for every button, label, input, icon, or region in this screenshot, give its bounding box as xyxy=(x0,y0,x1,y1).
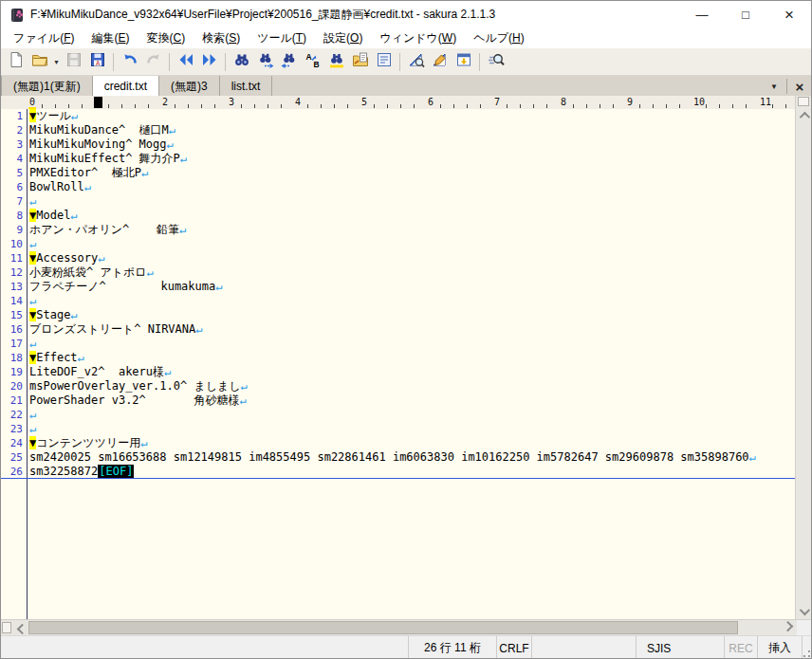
ruler-tick xyxy=(666,104,667,108)
horizontal-scrollbar[interactable] xyxy=(1,619,812,635)
editor-line-21: 21PowerShader v3.2^ 角砂糖様↵ xyxy=(1,394,797,408)
ruler-tick xyxy=(175,104,175,108)
text-editor-area[interactable]: 1▼ツール↵2MikuMikuDance^ 樋口M↵3MikuMikuMovin… xyxy=(1,109,797,619)
grep-icon xyxy=(328,51,345,72)
outline-button[interactable] xyxy=(372,50,396,73)
macro-button[interactable] xyxy=(452,50,475,73)
toolbar-separator xyxy=(225,53,226,71)
ruler-tick xyxy=(387,104,388,108)
save-all-icon: A xyxy=(89,51,106,72)
status-blank-cell xyxy=(531,636,636,659)
crlf-arrow-icon: ↵ xyxy=(195,322,202,336)
cursor-position-indicator: 26 行 11 桁 xyxy=(408,636,496,659)
external-search-button[interactable] xyxy=(484,50,508,73)
double-arrow-right-icon xyxy=(201,51,218,72)
menu-item-o[interactable]: 設定(O) xyxy=(315,28,371,48)
horizontal-scroll-thumb[interactable] xyxy=(28,621,738,634)
toolbar-separator xyxy=(113,53,114,71)
line-number: 16 xyxy=(1,322,27,337)
editor-line-10: 10↵ xyxy=(1,237,797,251)
chevron-up-icon xyxy=(800,112,810,122)
save-button xyxy=(62,50,85,73)
menu-item-e[interactable]: 編集(E) xyxy=(83,28,138,48)
crlf-arrow-icon: ↵ xyxy=(29,237,36,250)
ruler-tick xyxy=(108,104,109,108)
tab--3[interactable]: (無題)3 xyxy=(159,76,220,97)
replace-icon: AB xyxy=(304,51,322,72)
jump-forward-button[interactable] xyxy=(197,50,221,73)
compare-button[interactable] xyxy=(404,50,428,73)
scroll-left-button[interactable] xyxy=(13,620,28,635)
menu-item-t[interactable]: ツール(T) xyxy=(249,28,315,48)
tab-list-dropdown-button[interactable]: ▼ xyxy=(763,76,785,97)
tab-credit.txt[interactable]: credit.txt xyxy=(93,76,159,98)
line-number: 23 xyxy=(1,422,27,436)
horizontal-scroll-track[interactable] xyxy=(28,620,782,635)
line-content: フラペチーノ^ kumakuma↵ xyxy=(27,280,222,294)
scroll-right-button[interactable] xyxy=(782,620,797,635)
find-icon xyxy=(233,51,250,72)
status-bar: 26 行 11 桁 CRLF SJIS REC 挿入 xyxy=(1,635,812,659)
open-file-dropdown[interactable]: ▼ xyxy=(51,50,62,73)
menu-item-c[interactable]: 変換(C) xyxy=(138,28,194,48)
ruler-number-10: 10 xyxy=(693,97,705,108)
editor-line-5: 5PMXEditor^ 極北P↵ xyxy=(1,166,797,180)
save-all-button[interactable]: A xyxy=(85,50,109,73)
find-button[interactable] xyxy=(230,50,253,73)
undo-button[interactable] xyxy=(118,50,141,73)
minimize-button[interactable]: — xyxy=(680,1,724,28)
diff-button[interactable] xyxy=(428,50,452,73)
menu-item-f[interactable]: ファイル(F) xyxy=(5,28,83,48)
menu-item-w[interactable]: ウィンドウ(W) xyxy=(371,28,465,48)
editor-line-9: 9ホアン・パオリン^ 鉛筆↵ xyxy=(1,223,797,237)
insert-mode-indicator: 挿入 xyxy=(757,636,802,659)
jump-back-button[interactable] xyxy=(174,50,197,73)
close-button[interactable]: × xyxy=(767,1,811,28)
ruler-tick xyxy=(639,104,640,108)
ruler-number-2: 2 xyxy=(162,97,168,108)
find-next-button[interactable] xyxy=(253,50,277,73)
line-number: 21 xyxy=(1,394,27,408)
crlf-arrow-icon: ↵ xyxy=(239,394,246,407)
split-box-horizontal[interactable] xyxy=(2,622,11,633)
ruler-tick xyxy=(135,104,136,108)
crlf-arrow-icon: ↵ xyxy=(749,450,756,464)
menu-item-h[interactable]: ヘルプ(H) xyxy=(465,28,533,48)
tab--1-[interactable]: (無題)1(更新) xyxy=(1,76,93,97)
grep-button[interactable] xyxy=(324,50,348,73)
editor-line-1: 1▼ツール↵ xyxy=(1,109,797,123)
line-content: 小麦粉紙袋^ アトポロ↵ xyxy=(27,265,154,280)
replace-button[interactable]: AB xyxy=(301,50,324,73)
find-prev-button[interactable] xyxy=(277,50,301,73)
external-search-icon xyxy=(488,51,505,72)
text-segment: ツール xyxy=(36,109,71,122)
crlf-arrow-icon: ↵ xyxy=(169,123,175,137)
menu-item-s[interactable]: 検索(S) xyxy=(194,28,249,48)
line-number: 24 xyxy=(1,436,27,450)
line-number: 22 xyxy=(1,408,27,422)
ruler-number-11: 11 xyxy=(760,97,771,108)
crlf-arrow-icon: ↵ xyxy=(180,152,187,165)
scroll-down-button[interactable] xyxy=(796,604,811,619)
tabbar-spacer xyxy=(272,76,763,97)
tag-jump-button[interactable] xyxy=(348,50,372,73)
vertical-scrollbar[interactable] xyxy=(795,96,811,619)
scroll-up-button[interactable] xyxy=(796,108,811,123)
resize-grip[interactable] xyxy=(802,636,812,659)
split-box-vertical[interactable] xyxy=(798,97,809,106)
ruler-tick xyxy=(347,104,348,108)
open-file-button[interactable] xyxy=(28,50,51,73)
svg-text:A: A xyxy=(305,52,311,62)
editor-line-7: 7↵ xyxy=(1,194,797,209)
find-prev-icon xyxy=(281,51,298,72)
text-segment: PowerShader v3.2^ 角砂糖様 xyxy=(29,394,239,407)
tab-close-button[interactable]: × xyxy=(788,76,811,97)
chevron-right-icon xyxy=(783,621,793,632)
vertical-scroll-track[interactable] xyxy=(796,123,811,604)
crlf-arrow-icon: ↵ xyxy=(98,251,104,265)
maximize-button[interactable]: □ xyxy=(724,1,767,28)
line-number: 13 xyxy=(1,280,27,294)
tab-list.txt[interactable]: list.txt xyxy=(220,76,273,97)
new-file-button[interactable] xyxy=(4,50,28,73)
editor-line-11: 11▼Accessory↵ xyxy=(1,251,797,265)
